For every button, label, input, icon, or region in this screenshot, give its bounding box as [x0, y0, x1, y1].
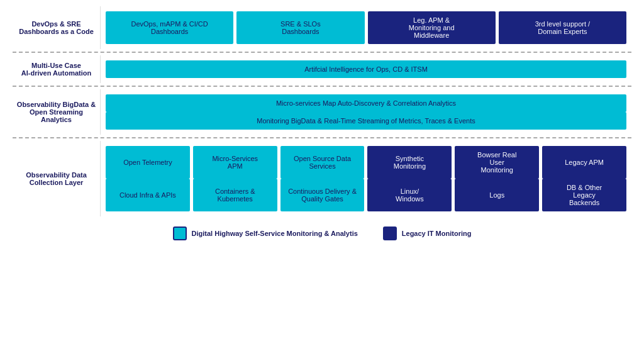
legacy-apm: Legacy APM [542, 146, 626, 179]
bigdata-row-1: Micro-services Map Auto-Discovery & Corr… [106, 94, 626, 112]
bigdata-body: Micro-services Map Auto-Discovery & Corr… [101, 89, 631, 135]
diagram: DevOps & SRE Dashboards as a Code DevOps… [13, 6, 631, 244]
legend-cyan-box [173, 227, 187, 240]
legend-navy-label: Legacy IT Monitoring [402, 230, 472, 237]
multiuse-row: Artifcial Intelligence for Ops, CD & ITS… [106, 60, 626, 78]
bigdata-section: Observability BigData & Open Streaming A… [13, 89, 631, 135]
linux-windows: Linux/Windows [367, 179, 452, 211]
legend-navy: Legacy IT Monitoring [383, 227, 472, 240]
legend-navy-box [383, 227, 397, 240]
open-source-data: Open Source DataServices [280, 146, 365, 179]
separator-1 [13, 52, 631, 53]
bigdata-item-2: Monitoring BigData & Real-Time Streaming… [106, 112, 626, 130]
multiuse-label: Multi-Use Case AI-driven Automation [13, 55, 101, 83]
devops-item-1: DevOps, mAPM & CI/CDDashboards [106, 11, 233, 44]
devops-row: DevOps, mAPM & CI/CDDashboards SRE & SLO… [106, 11, 626, 44]
devops-item-4: 3rd level support /Domain Experts [499, 11, 626, 44]
collection-row-2: Cloud Infra & APIs Containers &Kubernete… [106, 179, 626, 211]
bigdata-label: Observability BigData & Open Streaming A… [13, 89, 101, 135]
micro-services-apm: Micro-ServicesAPM [193, 146, 277, 179]
bowser-real-user: Bowser RealUserMonitoring [455, 146, 539, 179]
legend-cyan-label: Digital Highway Self-Service Monitoring … [192, 230, 358, 237]
db-other-legacy: DB & OtherLegacyBackends [542, 179, 626, 211]
collection-section: Observability Data Collection Layer Open… [13, 141, 631, 216]
devops-body: DevOps, mAPM & CI/CDDashboards SRE & SLO… [101, 6, 631, 49]
devops-label: DevOps & SRE Dashboards as a Code [13, 6, 101, 49]
devops-section: DevOps & SRE Dashboards as a Code DevOps… [13, 6, 631, 49]
multiuse-body: Artifcial Intelligence for Ops, CD & ITS… [101, 55, 631, 83]
containers-kubernetes: Containers &Kubernetes [193, 179, 277, 211]
legend-cyan: Digital Highway Self-Service Monitoring … [173, 227, 358, 240]
collection-body: Open Telemetry Micro-ServicesAPM Open So… [101, 141, 631, 216]
bigdata-row-2: Monitoring BigData & Real-Time Streaming… [106, 112, 626, 130]
devops-item-3: Leg. APM &Monitoring andMiddleware [368, 11, 496, 44]
logs: Logs [455, 179, 539, 211]
open-telemetry: Open Telemetry [106, 146, 190, 179]
synthetic-monitoring: SyntheticMonitoring [367, 146, 452, 179]
legend: Digital Highway Self-Service Monitoring … [13, 223, 631, 244]
devops-item-2: SRE & SLOsDashboards [236, 11, 364, 44]
cloud-infra: Cloud Infra & APIs [106, 179, 190, 211]
separator-2 [13, 86, 631, 87]
collection-label: Observability Data Collection Layer [13, 141, 101, 216]
bigdata-item-1: Micro-services Map Auto-Discovery & Corr… [106, 94, 626, 112]
multiuse-item-1: Artifcial Intelligence for Ops, CD & ITS… [106, 60, 626, 78]
multiuse-section: Multi-Use Case AI-driven Automation Arti… [13, 55, 631, 83]
collection-row-1: Open Telemetry Micro-ServicesAPM Open So… [106, 146, 626, 179]
continuous-delivery: Continuous Delivery &Quality Gates [280, 179, 365, 211]
separator-3 [13, 137, 631, 138]
